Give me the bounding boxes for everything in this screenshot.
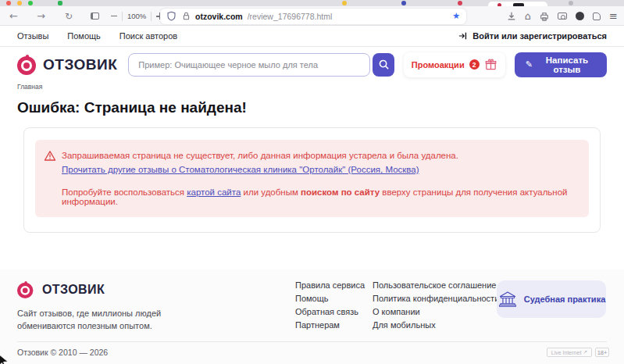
footer-links-column-1: Правила сервиса Помощь Обратная связь Па… bbox=[295, 279, 365, 332]
browser-window: ← → ↻ 100% otzovik.com/review_17696778.h… bbox=[0, 0, 624, 364]
promo-button[interactable]: Промоакции 2 bbox=[404, 52, 505, 77]
window-close-button[interactable] bbox=[6, 1, 11, 5]
reload-button[interactable]: ↻ bbox=[65, 6, 73, 26]
search-button[interactable] bbox=[373, 53, 394, 77]
site-footer: ОТЗОВИК Сайт отзывов, где миллионы людей… bbox=[0, 269, 624, 364]
court-practice-card[interactable]: Судебная практика bbox=[497, 280, 606, 318]
address-bar[interactable]: otzovik.com/review_17696778.html ★ bbox=[160, 9, 466, 24]
age-rating-badge: 18+ bbox=[595, 348, 609, 357]
footer-link-privacy-policy[interactable]: Политика конфиденциальности bbox=[373, 292, 499, 305]
promo-count-badge: 2 bbox=[469, 59, 480, 70]
otzovik-logo-icon bbox=[17, 281, 34, 298]
footer-link-help[interactable]: Помощь bbox=[295, 292, 365, 305]
write-review-button[interactable]: ✎ Написать отзыв bbox=[515, 52, 607, 77]
divider bbox=[122, 12, 123, 21]
footer-link-rules[interactable]: Правила сервиса bbox=[295, 279, 365, 292]
tip-text: или удобным bbox=[241, 187, 301, 197]
tip-text: Попробуйте воспользоваться bbox=[62, 187, 187, 197]
tip-bold-text: поиском по сайту bbox=[301, 187, 380, 197]
url-path: /review_17696778.html bbox=[248, 12, 333, 21]
pencil-icon: ✎ bbox=[526, 59, 533, 70]
search-input[interactable] bbox=[128, 53, 370, 77]
bookmark-star-icon[interactable]: ★ bbox=[452, 12, 460, 20]
error-card: Запрашиваемая страница не существует, ли… bbox=[23, 127, 601, 233]
breadcrumb[interactable]: Главная bbox=[0, 82, 624, 91]
window-minimize-button[interactable] bbox=[17, 1, 22, 5]
screenshot-icon[interactable] bbox=[558, 12, 567, 20]
tagline-line: Сайт отзывов, где миллионы людей bbox=[17, 307, 161, 319]
footer-link-for-mobile[interactable]: Для мобильных bbox=[373, 319, 499, 332]
menu-icon[interactable]: ≡ bbox=[609, 11, 618, 21]
logo-text: ОТЗОВИК bbox=[43, 56, 117, 73]
footer-link-about-company[interactable]: О компании bbox=[373, 305, 499, 319]
extension-icon[interactable] bbox=[576, 12, 584, 20]
sidebar-toggle-button[interactable] bbox=[91, 6, 99, 26]
otzovik-logo-icon bbox=[17, 55, 37, 75]
extension-dot-icon bbox=[569, 1, 573, 5]
forward-icon: → bbox=[37, 10, 45, 22]
back-button[interactable]: ← bbox=[9, 6, 18, 26]
url-host: otzovik.com bbox=[195, 12, 243, 21]
site-header: ОТЗОВИК Промоакции 2 ✎ Написать отзыв bbox=[0, 47, 624, 82]
site-navbar: Отзывы Помощь Поиск авторов Войти или за… bbox=[0, 26, 624, 47]
sitemap-link[interactable]: картой сайта bbox=[187, 187, 241, 197]
divider bbox=[151, 12, 152, 21]
live-internet-badge[interactable]: Live Internet ↗ bbox=[547, 348, 592, 357]
login-icon bbox=[458, 31, 468, 41]
toolbar-right-icons: ⌂ ≡ bbox=[507, 6, 618, 26]
download-icon[interactable] bbox=[507, 12, 516, 21]
extension-dot-icon bbox=[401, 1, 406, 5]
sidebar-icon bbox=[91, 12, 99, 20]
promo-label: Промоакции bbox=[412, 60, 465, 70]
write-review-label: Написать отзыв bbox=[538, 55, 596, 74]
nav-link-pomosch[interactable]: Помощь bbox=[67, 31, 101, 41]
extension-dot-icon bbox=[58, 1, 62, 5]
other-reviews-link[interactable]: Прочитать другие отзывы о Стоматологичес… bbox=[62, 165, 419, 174]
courthouse-icon bbox=[497, 290, 518, 309]
warning-triangle-icon bbox=[44, 150, 56, 162]
browser-toolbar: ← → ↻ 100% otzovik.com/review_17696778.h… bbox=[0, 6, 624, 26]
footer-links-column-2: Пользовательское соглашение Политика кон… bbox=[373, 279, 499, 332]
page-title: Ошибка: Страница не найдена! bbox=[0, 91, 624, 116]
footer-divider bbox=[17, 341, 607, 342]
error-alert: Запрашиваемая страница не существует, ли… bbox=[35, 140, 589, 217]
reload-icon: ↻ bbox=[65, 11, 73, 22]
court-practice-label: Судебная практика bbox=[524, 294, 606, 304]
footer-logo-text: ОТЗОВИК bbox=[42, 283, 105, 297]
zoom-out-icon[interactable] bbox=[111, 16, 117, 17]
back-icon: ← bbox=[9, 10, 18, 22]
home-icon[interactable]: ⌂ bbox=[525, 11, 531, 21]
forward-button[interactable]: → bbox=[37, 6, 45, 26]
zoom-controls: 100% bbox=[111, 6, 163, 26]
lock-icon[interactable] bbox=[182, 11, 191, 21]
print-icon[interactable] bbox=[540, 12, 549, 21]
login-button[interactable]: Войти или зарегистрироваться bbox=[458, 31, 607, 41]
mouse-cursor bbox=[0, 353, 10, 364]
error-message: Запрашиваемая страница не существует, ли… bbox=[62, 149, 458, 162]
footer-link-partners[interactable]: Партнерам bbox=[295, 319, 365, 332]
tagline-line: обмениваются полезным опытом. bbox=[17, 319, 161, 332]
login-label: Войти или зарегистрироваться bbox=[472, 31, 607, 41]
nav-link-otzyvy[interactable]: Отзывы bbox=[17, 31, 48, 41]
footer-tagline: Сайт отзывов, где миллионы людей обменив… bbox=[17, 307, 161, 332]
footer-logo[interactable]: ОТЗОВИК bbox=[17, 280, 105, 300]
window-zoom-button[interactable] bbox=[28, 1, 33, 5]
browser-tab-strip bbox=[0, 0, 624, 6]
site-logo[interactable]: ОТЗОВИК bbox=[17, 55, 117, 75]
nav-link-poisk-avtorov[interactable]: Поиск авторов bbox=[119, 31, 177, 41]
live-internet-label: Live Internet bbox=[551, 350, 582, 355]
extension-dot-icon bbox=[458, 1, 462, 5]
error-tip: Попробуйте воспользоваться картой сайта … bbox=[62, 187, 576, 206]
footer-link-feedback[interactable]: Обратная связь bbox=[295, 305, 365, 319]
copyright-text: Отзовик © 2010 — 2026 bbox=[17, 348, 108, 357]
extension-icon[interactable] bbox=[593, 12, 601, 20]
footer-link-user-agreement[interactable]: Пользовательское соглашение bbox=[373, 279, 499, 292]
extension-dot-icon bbox=[342, 1, 347, 5]
zoom-level[interactable]: 100% bbox=[127, 12, 146, 20]
gift-icon bbox=[484, 58, 497, 71]
external-arrow-icon: ↗ bbox=[583, 349, 587, 355]
shield-icon[interactable] bbox=[166, 11, 177, 21]
search-icon bbox=[378, 59, 390, 70]
